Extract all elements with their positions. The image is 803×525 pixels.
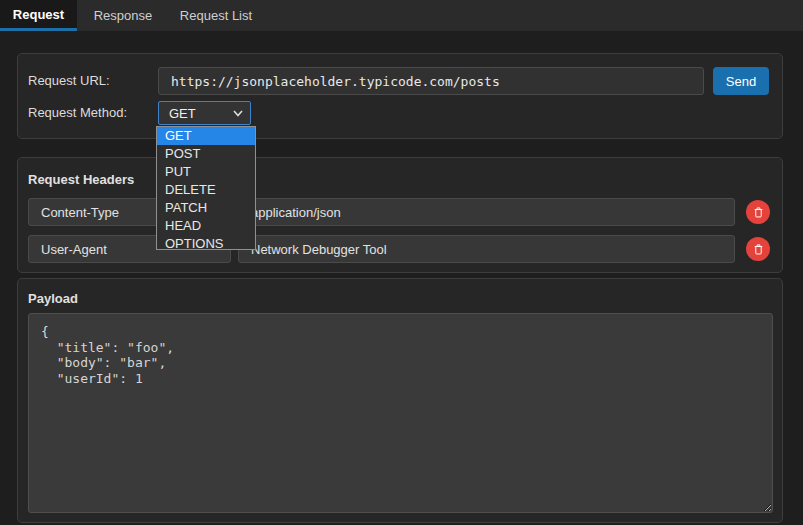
request-headers-panel: Request Headers	[17, 157, 783, 273]
tab-request-label: Request	[13, 7, 64, 22]
method-option-head[interactable]: HEAD	[157, 217, 255, 235]
method-option-get[interactable]: GET	[157, 127, 255, 145]
payload-panel: Payload { "title": "foo", "body": "bar",…	[17, 278, 783, 523]
request-method-label: Request Method:	[28, 101, 127, 125]
payload-title: Payload	[28, 291, 78, 306]
send-button[interactable]: Send	[713, 67, 769, 95]
header-value-input[interactable]	[238, 198, 735, 226]
request-headers-title: Request Headers	[28, 172, 134, 187]
tab-bar: Request Response Request List	[0, 0, 803, 31]
trash-icon	[752, 243, 765, 256]
delete-header-button[interactable]	[746, 237, 770, 261]
request-url-input[interactable]	[158, 67, 704, 95]
request-panel: Request URL: Send Request Method: GET	[17, 53, 783, 139]
method-option-patch[interactable]: PATCH	[157, 199, 255, 217]
method-option-delete[interactable]: DELETE	[157, 181, 255, 199]
method-dropdown-list: GET POST PUT DELETE PATCH HEAD OPTIONS	[156, 126, 256, 250]
method-option-post[interactable]: POST	[157, 145, 255, 163]
payload-textarea[interactable]: { "title": "foo", "body": "bar", "userId…	[28, 313, 773, 513]
method-option-put[interactable]: PUT	[157, 163, 255, 181]
chevron-down-icon	[233, 110, 243, 117]
header-value-input[interactable]	[238, 235, 735, 263]
delete-header-button[interactable]	[746, 200, 770, 224]
request-url-label: Request URL:	[28, 67, 110, 95]
tab-request[interactable]: Request	[0, 0, 77, 31]
trash-icon	[752, 206, 765, 219]
request-method-select[interactable]: GET	[158, 101, 251, 125]
tab-request-list-label: Request List	[180, 8, 252, 23]
method-option-options[interactable]: OPTIONS	[157, 235, 255, 250]
request-method-value: GET	[169, 106, 196, 121]
tab-response[interactable]: Response	[77, 0, 169, 31]
tab-request-list[interactable]: Request List	[169, 0, 263, 31]
tab-response-label: Response	[94, 8, 153, 23]
